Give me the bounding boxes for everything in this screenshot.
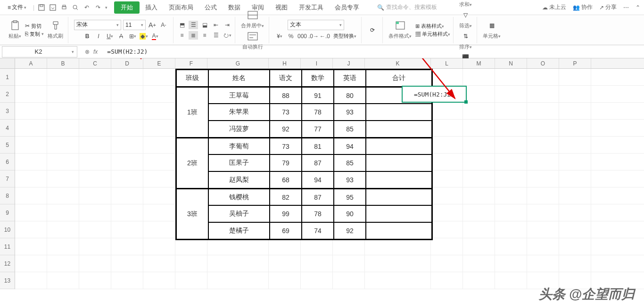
cell[interactable] <box>47 154 79 170</box>
cell[interactable] <box>431 187 463 204</box>
table-cell[interactable]: 68 <box>270 171 302 188</box>
cell[interactable] <box>559 137 591 154</box>
row-header-3[interactable]: 3 <box>0 103 15 120</box>
tab-页面布局[interactable]: 页面布局 <box>163 1 199 14</box>
table-cell-class[interactable]: 1班 <box>176 87 208 138</box>
active-cell[interactable]: =SUM(H2:J2) <box>402 86 467 103</box>
cell[interactable] <box>527 69 559 86</box>
table-cell[interactable]: 93 <box>334 104 366 121</box>
table-style-button[interactable]: ⊞ 表格样式▾ <box>415 23 450 30</box>
cell[interactable] <box>495 69 527 86</box>
cell[interactable] <box>527 187 559 204</box>
cell[interactable] <box>47 204 79 221</box>
decrease-decimal-icon[interactable]: ←.0 <box>320 32 330 41</box>
cell[interactable] <box>463 187 495 204</box>
table-header[interactable]: 数学 <box>302 70 334 87</box>
cell[interactable] <box>15 137 47 154</box>
cell[interactable] <box>15 120 47 137</box>
table-cell[interactable]: 冯菠萝 <box>208 121 270 138</box>
cell[interactable] <box>143 221 175 238</box>
table-cell[interactable]: 钱樱桃 <box>208 188 270 205</box>
row-header-6[interactable]: 6 <box>0 154 15 170</box>
cell[interactable] <box>15 86 47 103</box>
cell[interactable] <box>527 221 559 238</box>
cell[interactable] <box>269 272 301 289</box>
align-bottom-icon[interactable]: ⬓ <box>200 21 209 29</box>
cell[interactable] <box>15 238 47 255</box>
cell[interactable] <box>111 255 143 272</box>
cell[interactable] <box>79 120 111 137</box>
cell[interactable] <box>463 69 495 86</box>
table-cell[interactable] <box>366 205 432 222</box>
cell[interactable] <box>463 272 495 289</box>
cell[interactable] <box>47 238 79 255</box>
cell[interactable] <box>495 221 527 238</box>
cells-button[interactable]: ▦单元格▾ <box>481 19 503 41</box>
cell[interactable] <box>47 221 79 238</box>
align-left-icon[interactable]: ≡ <box>177 31 187 40</box>
cell[interactable] <box>111 187 143 204</box>
cell[interactable] <box>495 103 527 120</box>
align-center-icon[interactable]: ≣ <box>189 31 198 40</box>
cell[interactable] <box>495 154 527 170</box>
cell[interactable] <box>527 86 559 103</box>
cell[interactable] <box>463 170 495 187</box>
cell[interactable] <box>207 238 269 255</box>
cell[interactable] <box>111 69 143 86</box>
justify-icon[interactable]: ☰ <box>211 31 221 40</box>
fill-color-button[interactable]: ◆▾ <box>139 32 149 41</box>
cell[interactable] <box>463 255 495 272</box>
underline-button[interactable]: U▾ <box>105 32 115 41</box>
cell[interactable] <box>495 120 527 137</box>
cell[interactable] <box>47 69 79 86</box>
cell[interactable] <box>111 137 143 154</box>
share-button[interactable]: ↗分享 <box>599 3 617 11</box>
cell[interactable] <box>47 137 79 154</box>
col-header-M[interactable]: M <box>463 58 495 68</box>
row-header-11[interactable]: 11 <box>0 238 15 255</box>
cell[interactable] <box>79 170 111 187</box>
cell[interactable] <box>333 255 365 272</box>
cell[interactable] <box>559 255 591 272</box>
align-top-icon[interactable]: ⬒ <box>177 21 187 29</box>
cell[interactable] <box>175 238 207 255</box>
cell[interactable] <box>463 221 495 238</box>
table-cell[interactable]: 85 <box>334 154 366 171</box>
cell[interactable] <box>143 204 175 221</box>
cell[interactable] <box>431 154 463 170</box>
cell[interactable] <box>15 221 47 238</box>
spreadsheet-grid[interactable]: ABCDEFGHIJKLMNOP 12345678910111213 班级姓名语… <box>0 58 644 308</box>
cell[interactable] <box>527 238 559 255</box>
table-cell[interactable] <box>366 104 432 121</box>
table-cell[interactable] <box>366 121 432 138</box>
col-header-H[interactable]: H <box>269 58 301 68</box>
cell[interactable] <box>527 154 559 170</box>
cell[interactable] <box>207 272 269 289</box>
tab-视图[interactable]: 视图 <box>270 1 293 14</box>
row-header-5[interactable]: 5 <box>0 137 15 154</box>
cell[interactable] <box>47 86 79 103</box>
save-icon[interactable] <box>37 3 46 12</box>
cell[interactable] <box>111 221 143 238</box>
col-header-I[interactable]: I <box>301 58 333 68</box>
table-cell[interactable]: 92 <box>334 222 366 239</box>
cell[interactable] <box>111 103 143 120</box>
bold-button[interactable]: B <box>83 32 92 41</box>
increase-decimal-icon[interactable]: .0→ <box>309 32 318 41</box>
border-button[interactable]: ⊞▾ <box>128 32 137 41</box>
table-cell[interactable]: 90 <box>334 205 366 222</box>
cell[interactable] <box>175 255 207 272</box>
table-cell[interactable]: 73 <box>270 138 302 154</box>
collab-button[interactable]: 👥协作 <box>573 3 593 11</box>
orientation-icon[interactable]: ⭮▾ <box>223 31 232 40</box>
cut-button[interactable]: ✂剪切 <box>25 23 44 30</box>
table-cell[interactable] <box>366 188 432 205</box>
cell[interactable] <box>111 86 143 103</box>
cond-format-button[interactable]: 条件格式▾ <box>387 19 413 41</box>
col-header-A[interactable]: A <box>15 58 47 68</box>
formula-input[interactable]: =SUM(H2:J2) <box>103 48 644 55</box>
table-cell[interactable] <box>366 171 432 188</box>
cell[interactable] <box>269 238 301 255</box>
cell[interactable] <box>559 103 591 120</box>
cell[interactable] <box>111 154 143 170</box>
